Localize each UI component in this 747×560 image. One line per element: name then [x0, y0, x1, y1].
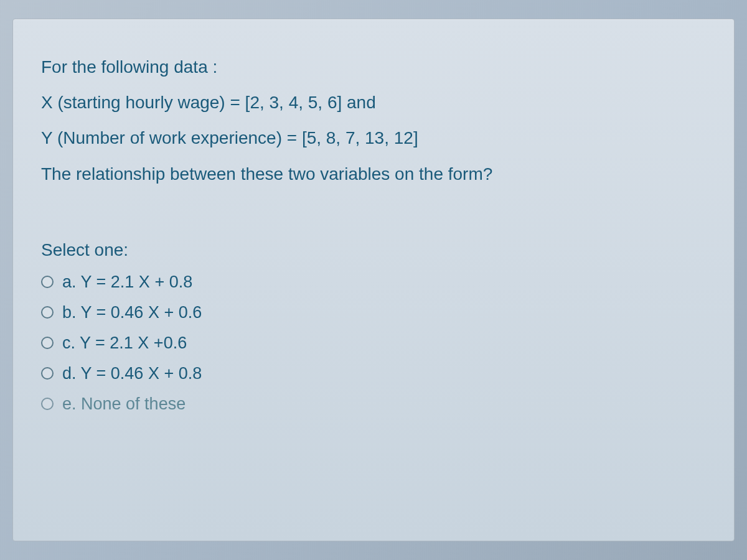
- question-intro: For the following data :: [41, 50, 706, 83]
- x-label: X (starting hourly wage): [41, 93, 225, 112]
- options-group: a. Y = 2.1 X + 0.8 b. Y = 0.46 X + 0.6 c…: [41, 273, 706, 414]
- radio-icon[interactable]: [41, 367, 54, 380]
- radio-icon[interactable]: [41, 276, 54, 288]
- option-label[interactable]: e. None of these: [62, 394, 186, 414]
- option-label[interactable]: c. Y = 2.1 X +0.6: [62, 334, 187, 353]
- question-card: For the following data : X (starting hou…: [12, 19, 735, 541]
- question-text: For the following data : X (starting hou…: [41, 50, 706, 190]
- question-y-line: Y (Number of work experience) = [5, 8, 7…: [41, 121, 706, 154]
- option-a[interactable]: a. Y = 2.1 X + 0.8: [41, 273, 706, 292]
- x-values: = [2, 3, 4, 5, 6] and: [230, 93, 375, 112]
- radio-icon[interactable]: [41, 398, 54, 410]
- option-label[interactable]: a. Y = 2.1 X + 0.8: [62, 273, 192, 292]
- option-e[interactable]: e. None of these: [41, 394, 706, 414]
- radio-icon[interactable]: [41, 337, 54, 349]
- question-x-line: X (starting hourly wage) = [2, 3, 4, 5, …: [41, 86, 706, 119]
- option-d[interactable]: d. Y = 0.46 X + 0.8: [41, 364, 706, 383]
- option-label[interactable]: d. Y = 0.46 X + 0.8: [62, 364, 202, 383]
- question-prompt: The relationship between these two varia…: [41, 157, 706, 190]
- option-c[interactable]: c. Y = 2.1 X +0.6: [41, 334, 706, 353]
- radio-icon[interactable]: [41, 306, 54, 319]
- option-b[interactable]: b. Y = 0.46 X + 0.6: [41, 303, 706, 322]
- select-prompt: Select one:: [41, 240, 706, 260]
- option-label[interactable]: b. Y = 0.46 X + 0.6: [62, 303, 202, 322]
